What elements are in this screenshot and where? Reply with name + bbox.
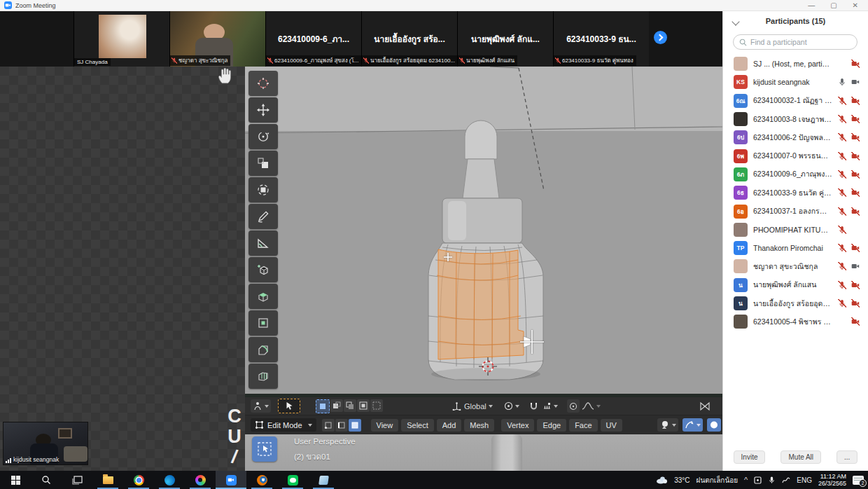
list-item[interactable]: 6ภ 623410009-6_ภาณุพงษ์ สุขสง (โอม) — [723, 165, 868, 184]
cursor-tool-button[interactable] — [248, 71, 278, 96]
transform-orientation-dropdown[interactable]: Global — [450, 399, 495, 413]
mic-muted-icon[interactable] — [838, 188, 846, 197]
language-indicator[interactable]: ENG — [797, 476, 812, 484]
proportional-editing-toggle[interactable] — [567, 399, 580, 413]
mic-muted-icon[interactable] — [838, 299, 846, 308]
list-item[interactable]: 6พ 623410007-0 พรรธนนิภา ผลเจริญ — [723, 146, 868, 165]
loop-cut-tool-button[interactable] — [248, 364, 278, 389]
camera-off-icon[interactable] — [851, 299, 860, 308]
tray-app-icon[interactable] — [754, 476, 762, 484]
photos-taskbar-icon[interactable] — [185, 471, 216, 489]
maximize-button[interactable]: ▢ — [830, 2, 836, 9]
camera-off-icon[interactable] — [851, 60, 860, 68]
tray-mic-icon[interactable] — [768, 476, 776, 484]
camera-off-icon[interactable] — [851, 317, 860, 326]
menu-vertex[interactable]: Vertex — [501, 419, 534, 432]
snap-toggle[interactable] — [527, 399, 540, 413]
camera-off-icon[interactable] — [851, 170, 860, 179]
menu-add[interactable]: Add — [437, 419, 462, 432]
edge-select-button[interactable] — [335, 419, 348, 432]
mic-muted-icon[interactable] — [838, 207, 846, 216]
action-center-icon[interactable]: 2 — [853, 476, 864, 485]
chrome-taskbar-icon[interactable] — [123, 471, 154, 489]
mic-muted-icon[interactable] — [838, 281, 846, 289]
weather-temp[interactable]: 33°C — [674, 476, 690, 484]
list-item[interactable]: SJ ... (Host, me, participant ID: 142733… — [723, 55, 868, 73]
add-cube-tool-button[interactable] — [248, 257, 278, 282]
list-item[interactable]: 6ธ 623410033-9 ธนวัต คู่พนทอง — [723, 184, 868, 202]
video-tile[interactable]: นายพุฒิพงศ์ ลักแ... นายพุฒิพงศ์ ลักแสน — [457, 11, 553, 67]
shading-mode-dropdown[interactable] — [707, 418, 721, 432]
video-tile[interactable]: SJ Chayada — [74, 11, 169, 67]
mic-muted-icon[interactable] — [838, 262, 846, 270]
camera-off-icon[interactable] — [851, 188, 860, 197]
tray-expand-chevron[interactable]: ^ — [744, 476, 748, 484]
video-tile[interactable]: 623410009-6_ภา... 623410009-6_ภาณุพงษ์ ส… — [265, 11, 361, 67]
proportional-falloff-dropdown[interactable] — [580, 399, 603, 413]
list-item[interactable]: 6ป 623410006-2 ปัญจพล อ่อนโคตา — [723, 128, 868, 146]
list-item[interactable]: TP Thanakorn Piromchai — [723, 239, 868, 257]
transform-tool-button[interactable] — [248, 177, 278, 202]
menu-view[interactable]: View — [371, 419, 399, 432]
rotate-tool-button[interactable] — [248, 124, 278, 149]
camera-off-icon[interactable] — [851, 152, 860, 160]
mute-all-button[interactable]: Mute All — [780, 450, 821, 464]
xray-toggle[interactable] — [682, 418, 703, 432]
viewport-3d[interactable] — [245, 67, 722, 394]
mic-muted-icon[interactable] — [838, 97, 846, 105]
snap-target-dropdown[interactable] — [540, 399, 560, 413]
mic-muted-icon[interactable] — [838, 152, 846, 160]
list-item[interactable]: KS kijdusit seangnak — [723, 73, 868, 91]
pivot-point-dropdown[interactable] — [502, 399, 522, 413]
start-button[interactable] — [0, 471, 31, 489]
taskbar-search-button[interactable] — [31, 471, 62, 489]
active-tool-button[interactable] — [278, 399, 300, 413]
mic-muted-icon[interactable] — [838, 115, 846, 123]
editor-type-selector[interactable] — [251, 399, 271, 413]
weather-icon[interactable] — [656, 476, 668, 484]
blender-taskbar-icon[interactable] — [246, 471, 277, 489]
mic-muted-icon[interactable] — [838, 226, 846, 234]
invite-button[interactable]: Invite — [734, 450, 766, 464]
move-tool-button[interactable] — [248, 97, 278, 123]
video-tile[interactable]: ชญาดา สุขะวณิชกุล — [169, 11, 265, 67]
mic-muted-icon[interactable] — [838, 170, 846, 179]
weather-desc[interactable]: ฝนตกเล็กน้อย — [696, 475, 738, 485]
extrude-region-tool-button[interactable] — [248, 284, 278, 309]
camera-off-icon[interactable] — [851, 207, 860, 216]
camera-off-icon[interactable] — [851, 115, 860, 123]
select-set-icon[interactable] — [316, 399, 330, 413]
menu-uv[interactable]: UV — [601, 419, 622, 432]
search-input[interactable]: Find a participant — [733, 34, 858, 50]
annotate-tool-button[interactable] — [248, 204, 278, 229]
select-extend-icon[interactable] — [330, 399, 343, 412]
mic-muted-icon[interactable] — [838, 133, 846, 142]
options-icon[interactable] — [697, 399, 713, 413]
menu-edge[interactable]: Edge — [537, 419, 566, 432]
vertex-select-button[interactable] — [322, 419, 335, 432]
scale-tool-button[interactable] — [248, 151, 278, 176]
inset-faces-tool-button[interactable] — [248, 310, 278, 336]
camera-off-icon[interactable] — [851, 281, 860, 289]
camera-off-icon[interactable] — [851, 244, 860, 252]
list-item[interactable]: 6ณ 6234100032-1 ณัฏฐา ซ้อนศรี — [723, 92, 868, 110]
camera-icon[interactable] — [851, 262, 860, 270]
list-item[interactable]: ชญาดา สุขะวณิชกุล — [723, 257, 868, 275]
list-item[interactable]: 623410003-8 เจษฎาพร แสงสีงาม — [723, 110, 868, 128]
next-page-button[interactable] — [654, 31, 667, 44]
list-item[interactable]: PHOOMIPHAT KITUEAWIRIYA — [723, 221, 868, 239]
self-view-video[interactable]: kijdusit seangnak — [4, 422, 88, 464]
edge-taskbar-icon[interactable] — [154, 471, 185, 489]
mic-muted-icon[interactable] — [838, 244, 846, 252]
mic-icon[interactable] — [838, 78, 846, 86]
mode-dropdown[interactable]: Edit Mode — [251, 418, 316, 432]
file-explorer-taskbar-icon[interactable] — [92, 471, 123, 489]
list-item[interactable]: 6อ 623410037-1 อลงกรณ์ ประดิษฐวงษ์ — [723, 202, 868, 220]
video-tile[interactable]: 623410033-9 ธน... 623410033-9 ธนวัต คู่พ… — [553, 11, 649, 67]
task-view-button[interactable] — [62, 471, 92, 489]
bevel-tool-button[interactable] — [248, 337, 278, 362]
notepad-taskbar-icon[interactable] — [308, 471, 339, 489]
camera-off-icon[interactable] — [851, 97, 860, 105]
select-invert-icon[interactable] — [357, 399, 370, 412]
menu-face[interactable]: Face — [569, 419, 597, 432]
